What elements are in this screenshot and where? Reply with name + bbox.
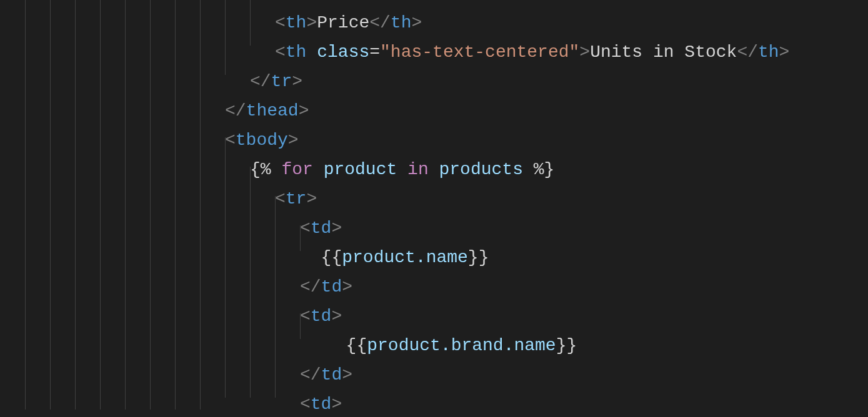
token-bracket: < (275, 189, 286, 208)
code-line[interactable]: </td> (25, 272, 868, 302)
indent-guide (250, 167, 251, 398)
token-bracket: < (300, 307, 311, 326)
token-keyword: in (407, 160, 429, 179)
indent-guide (300, 313, 301, 339)
token-bracket: > (292, 72, 302, 91)
token-bracket: </ (369, 13, 391, 32)
token-tag: th (286, 13, 307, 32)
token-bracket: > (306, 0, 317, 3)
token-var: product.name (342, 248, 468, 267)
token-tag: thead (246, 101, 299, 120)
code-line[interactable]: <td> (25, 213, 868, 243)
token-bracket: < (275, 13, 286, 32)
token-tag: th (391, 0, 412, 3)
token-tag: tr (271, 72, 292, 91)
token-bracket: > (299, 101, 309, 120)
token-delim: %} (523, 160, 554, 179)
token-bracket: < (300, 218, 311, 238)
token-bracket: </ (250, 72, 271, 91)
token-delim: }} (556, 336, 577, 355)
token-var: product.brand.name (367, 336, 556, 355)
token-text: = (369, 42, 380, 62)
token-tag: th (286, 42, 307, 62)
token-bracket: > (288, 130, 299, 150)
code-editor[interactable]: <th>Brand</th><th>Price</th><th class="h… (0, 0, 868, 417)
code-line[interactable]: <td> (25, 302, 868, 331)
token-bracket: > (342, 365, 352, 385)
token-text: Units in Stock (590, 42, 737, 62)
token-delim: }} (468, 248, 489, 267)
token-bracket: </ (300, 365, 321, 385)
code-line[interactable]: <th>Brand</th> (25, 0, 868, 8)
code-line[interactable]: <th class="has-text-centered">Units in S… (25, 37, 868, 67)
token-bracket: > (331, 218, 342, 238)
token-attr-value: "has-text-centered" (380, 42, 579, 62)
token-bracket: </ (225, 101, 246, 120)
indent-guide (225, 0, 226, 75)
code-line[interactable]: </tr> (25, 67, 868, 96)
token-keyword: for (281, 160, 312, 179)
code-line[interactable]: <th>Price</th> (25, 8, 868, 37)
token-text: Price (317, 13, 369, 32)
token-var: products (439, 160, 523, 179)
token-delim: {{ (300, 248, 342, 267)
token-delim: {% (250, 160, 281, 179)
token-tag: tr (286, 189, 307, 208)
token-bracket: > (779, 42, 790, 62)
token-bracket: > (331, 395, 342, 414)
token-tag: th (758, 42, 779, 62)
code-line[interactable]: <td> (25, 390, 868, 417)
token-var: product (324, 160, 397, 179)
code-line[interactable]: <tbody> (25, 125, 868, 155)
token-delim: {{ (325, 336, 367, 355)
code-line[interactable]: {{product.name}} (25, 243, 868, 272)
token-bracket: < (275, 0, 286, 3)
token-bracket: > (331, 307, 342, 326)
token-attr-name: class (317, 42, 369, 62)
token-bracket: > (306, 189, 317, 208)
code-line[interactable]: </td> (25, 360, 868, 390)
code-line[interactable]: {% for product in products %} (25, 155, 868, 184)
code-content[interactable]: <th>Brand</th><th>Price</th><th class="h… (25, 0, 868, 417)
token-bracket: > (579, 42, 590, 62)
token-text (306, 42, 317, 62)
token-bracket: </ (737, 42, 758, 62)
token-bracket: < (275, 42, 286, 62)
token-tag: td (321, 277, 342, 297)
token-tag: td (321, 365, 342, 385)
token-bracket: < (300, 395, 311, 414)
token-bracket: < (225, 130, 236, 150)
token-bracket: </ (369, 0, 391, 3)
indent-guide (300, 225, 301, 251)
token-delim (397, 160, 407, 179)
token-bracket: </ (300, 277, 321, 297)
token-text: Brand (317, 0, 369, 3)
code-line[interactable]: {{product.brand.name}} (25, 331, 868, 360)
token-tag: td (311, 218, 332, 238)
token-tag: tbody (236, 130, 288, 150)
indent-guide (250, 0, 251, 46)
indent-guide (275, 196, 276, 398)
token-tag: th (286, 0, 307, 3)
token-bracket: > (342, 277, 352, 297)
token-delim (429, 160, 439, 179)
token-bracket: > (411, 13, 422, 32)
token-tag: th (391, 13, 412, 32)
token-delim (313, 160, 324, 179)
code-line[interactable]: </thead> (25, 96, 868, 125)
token-tag: td (311, 395, 332, 414)
token-bracket: > (411, 0, 422, 3)
token-bracket: > (306, 13, 317, 32)
token-tag: td (311, 307, 332, 326)
indent-guide (225, 137, 226, 398)
code-line[interactable]: <tr> (25, 184, 868, 213)
